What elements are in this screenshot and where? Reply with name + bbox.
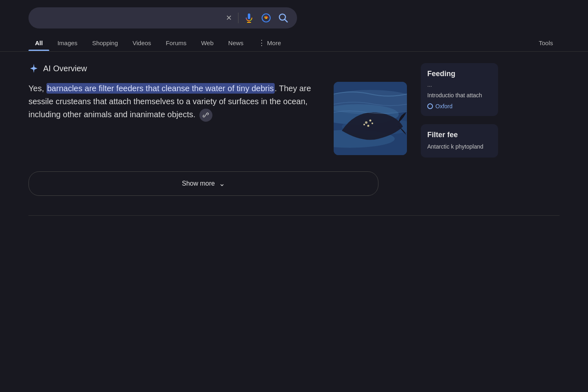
source-label: Oxford bbox=[435, 103, 452, 109]
tab-news[interactable]: News bbox=[222, 35, 250, 50]
clear-icon: ✕ bbox=[224, 13, 233, 22]
link-icon bbox=[203, 112, 209, 118]
search-bar: barnacles filter water ✕ bbox=[28, 7, 297, 28]
tab-all[interactable]: All bbox=[28, 35, 49, 50]
right-card-feeding: Feeding ... Introductio that attach Oxfo… bbox=[421, 63, 498, 116]
header: barnacles filter water ✕ bbox=[0, 0, 588, 28]
ai-text-block: Yes, barnacles are filter feeders that c… bbox=[28, 82, 324, 122]
lens-button[interactable] bbox=[260, 11, 273, 24]
show-more-container: Show more ⌄ bbox=[28, 171, 407, 196]
source-circle-icon bbox=[427, 103, 433, 109]
ai-star-icon bbox=[28, 63, 39, 74]
show-more-button[interactable]: Show more ⌄ bbox=[28, 171, 378, 196]
tab-forums[interactable]: Forums bbox=[159, 35, 193, 50]
svg-line-7 bbox=[285, 20, 288, 22]
search-button[interactable] bbox=[277, 11, 290, 24]
ai-highlighted-text: barnacles are filter feeders that cleans… bbox=[46, 83, 275, 94]
tab-shopping[interactable]: Shopping bbox=[85, 35, 124, 50]
search-divider bbox=[238, 13, 238, 23]
right-panel: Feeding ... Introductio that attach Oxfo… bbox=[417, 63, 498, 196]
tab-web[interactable]: Web bbox=[195, 35, 220, 50]
svg-point-16 bbox=[369, 120, 372, 122]
tab-videos[interactable]: Videos bbox=[126, 35, 158, 50]
search-icon bbox=[278, 12, 289, 24]
nav-tabs: All Images Shopping Videos Forums Web Ne… bbox=[0, 28, 588, 52]
tab-more[interactable]: ⋮ More bbox=[251, 34, 287, 51]
svg-point-5 bbox=[264, 16, 265, 17]
svg-point-18 bbox=[367, 125, 369, 127]
right-card-source[interactable]: Oxford bbox=[427, 103, 492, 109]
right-card-filter-text: Antarctic k phytopland bbox=[427, 142, 492, 151]
right-card-filter-title: Filter fee bbox=[427, 131, 492, 139]
tab-tools[interactable]: Tools bbox=[532, 35, 560, 50]
tab-images[interactable]: Images bbox=[51, 35, 84, 50]
ai-overview-title: AI Overview bbox=[43, 64, 87, 73]
svg-point-19 bbox=[363, 124, 365, 125]
right-card-feeding-subtitle: ... bbox=[427, 81, 492, 88]
svg-point-15 bbox=[365, 121, 367, 124]
right-card-feeding-text: Introductio that attach bbox=[427, 91, 492, 100]
main-content: AI Overview Yes, barnacles are filter fe… bbox=[0, 52, 588, 207]
right-card-filter: Filter fee Antarctic k phytopland bbox=[421, 124, 498, 158]
svg-line-8 bbox=[205, 114, 207, 116]
ai-overview-header: AI Overview bbox=[28, 63, 407, 74]
whale-image-svg bbox=[334, 82, 407, 155]
bottom-divider bbox=[28, 215, 560, 216]
svg-point-17 bbox=[372, 123, 373, 124]
ai-image[interactable] bbox=[334, 82, 407, 155]
clear-button[interactable]: ✕ bbox=[223, 13, 234, 23]
svg-rect-0 bbox=[248, 13, 250, 19]
ai-content-area: Yes, barnacles are filter feeders that c… bbox=[28, 82, 407, 155]
chevron-down-icon: ⌄ bbox=[219, 179, 225, 188]
citation-link-button[interactable] bbox=[199, 109, 212, 122]
lens-icon bbox=[260, 12, 272, 24]
voice-search-button[interactable] bbox=[243, 11, 256, 24]
svg-point-4 bbox=[265, 17, 267, 19]
show-more-label: Show more bbox=[182, 180, 215, 187]
more-dots-icon: ⋮ bbox=[258, 38, 265, 47]
right-card-feeding-title: Feeding bbox=[427, 70, 492, 78]
search-input[interactable]: barnacles filter water bbox=[36, 13, 219, 23]
ai-text-before: Yes, bbox=[28, 84, 46, 93]
mic-icon bbox=[243, 12, 255, 24]
left-panel: AI Overview Yes, barnacles are filter fe… bbox=[28, 63, 407, 196]
